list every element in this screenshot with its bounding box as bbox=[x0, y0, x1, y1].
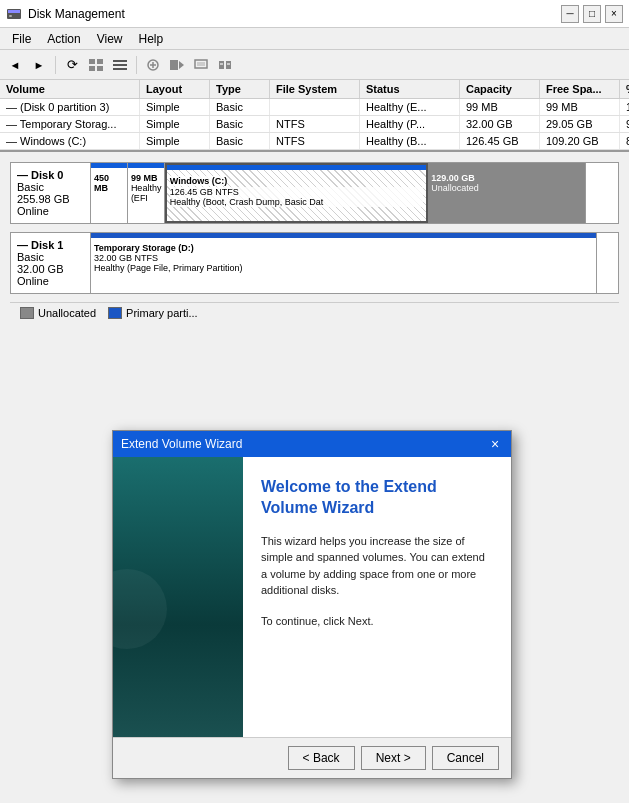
col-volume: Volume bbox=[0, 80, 140, 98]
menu-file[interactable]: File bbox=[4, 30, 39, 48]
disk-0-part-1[interactable]: 99 MB Healthy (EFI bbox=[128, 163, 165, 223]
svg-rect-16 bbox=[197, 62, 205, 66]
cell-free-0: 99 MB bbox=[540, 99, 620, 115]
part-label-0-3: 129.00 GB bbox=[431, 173, 582, 183]
svg-rect-19 bbox=[220, 63, 223, 65]
svg-marker-14 bbox=[179, 61, 184, 69]
table-row[interactable]: — Temporary Storag... Simple Basic NTFS … bbox=[0, 116, 629, 133]
partition-bar-0-1 bbox=[128, 163, 164, 168]
partition-bar-1-0 bbox=[91, 233, 596, 238]
svg-rect-20 bbox=[227, 63, 230, 65]
part-sublabel-1-0: 32.00 GB NTFS bbox=[94, 253, 593, 263]
disk-0-name: — Disk 0 bbox=[17, 169, 84, 181]
legend-unalloc-label: Unallocated bbox=[38, 307, 96, 319]
cell-volume-0: — (Disk 0 partition 3) bbox=[0, 99, 140, 115]
close-button[interactable]: × bbox=[605, 5, 623, 23]
menu-action[interactable]: Action bbox=[39, 30, 88, 48]
disk-0-row: — Disk 0 Basic 255.98 GB Online 450 MB bbox=[10, 162, 619, 224]
tool-btn-3[interactable] bbox=[109, 54, 131, 76]
cell-pct-0: 100 % bbox=[620, 99, 629, 115]
legend-primary-box bbox=[108, 307, 122, 319]
tool-btn-2[interactable] bbox=[85, 54, 107, 76]
table-row[interactable]: — (Disk 0 partition 3) Simple Basic Heal… bbox=[0, 99, 629, 116]
svg-rect-4 bbox=[97, 59, 103, 64]
cell-type-1: Basic bbox=[210, 116, 270, 132]
wizard-close-button[interactable]: × bbox=[487, 436, 503, 452]
part-sublabel-0-2: 126.45 GB NTFS bbox=[170, 187, 424, 197]
disk-0-part-0[interactable]: 450 MB bbox=[91, 163, 128, 223]
part-sublabel-0-3: Unallocated bbox=[431, 183, 582, 193]
partition-content-0-1: 99 MB Healthy (EFI bbox=[131, 166, 161, 203]
cell-volume-2: — Windows (C:) bbox=[0, 133, 140, 149]
cell-cap-2: 126.45 GB bbox=[460, 133, 540, 149]
tool-btn-7[interactable] bbox=[214, 54, 236, 76]
wizard-sidebar bbox=[113, 457, 243, 737]
cell-fs-1: NTFS bbox=[270, 116, 360, 132]
svg-rect-1 bbox=[8, 10, 20, 13]
col-type: Type bbox=[210, 80, 270, 98]
tool-btn-5[interactable] bbox=[166, 54, 188, 76]
disk-0-type: Basic bbox=[17, 181, 84, 193]
table-row[interactable]: — Windows (C:) Simple Basic NTFS Healthy… bbox=[0, 133, 629, 150]
volume-table: Volume Layout Type File System Status Ca… bbox=[0, 80, 629, 152]
cell-free-1: 29.05 GB bbox=[540, 116, 620, 132]
extend-volume-wizard: Extend Volume Wizard × Welcome to the Ex… bbox=[112, 430, 512, 779]
forward-button[interactable]: ► bbox=[28, 54, 50, 76]
svg-rect-3 bbox=[89, 59, 95, 64]
col-freespace: Free Spa... bbox=[540, 80, 620, 98]
cell-layout-0: Simple bbox=[140, 99, 210, 115]
cell-pct-1: 91 % bbox=[620, 116, 629, 132]
legend-bar: Unallocated Primary parti... bbox=[10, 302, 619, 323]
disk-0-partitions: 450 MB 99 MB Healthy (EFI Windows (C:) bbox=[91, 163, 618, 223]
wizard-body-text-1: This wizard helps you increase the size … bbox=[261, 533, 493, 599]
disk-0-size: 255.98 GB bbox=[17, 193, 84, 205]
wizard-back-button[interactable]: < Back bbox=[288, 746, 355, 770]
svg-rect-6 bbox=[97, 66, 103, 71]
part-detail-0-2: Healthy (Boot, Crash Dump, Basic Dat bbox=[170, 197, 424, 207]
cell-layout-2: Simple bbox=[140, 133, 210, 149]
toolbar-separator-2 bbox=[136, 56, 137, 74]
tool-btn-6[interactable] bbox=[190, 54, 212, 76]
disk-1-partitions: Temporary Storage (D:) 32.00 GB NTFS Hea… bbox=[91, 233, 618, 293]
cell-cap-1: 32.00 GB bbox=[460, 116, 540, 132]
cell-fs-0 bbox=[270, 99, 360, 115]
disk-1-info: — Disk 1 Basic 32.00 GB Online bbox=[11, 233, 91, 293]
wizard-footer: < Back Next > Cancel bbox=[113, 737, 511, 778]
disk-1-name: — Disk 1 bbox=[17, 239, 84, 251]
back-button[interactable]: ◄ bbox=[4, 54, 26, 76]
cell-status-0: Healthy (E... bbox=[360, 99, 460, 115]
part-label-0-1: 99 MB bbox=[131, 173, 161, 183]
part-sublabel-0-1: Healthy (EFI bbox=[131, 183, 161, 203]
toolbar: ◄ ► ⟳ bbox=[0, 50, 629, 80]
svg-rect-9 bbox=[113, 68, 127, 70]
menu-help[interactable]: Help bbox=[131, 30, 172, 48]
table-header: Volume Layout Type File System Status Ca… bbox=[0, 80, 629, 99]
disk-1-status: Online bbox=[17, 275, 84, 287]
disk-0-info: — Disk 0 Basic 255.98 GB Online bbox=[11, 163, 91, 223]
tool-btn-4[interactable] bbox=[142, 54, 164, 76]
menu-view[interactable]: View bbox=[89, 30, 131, 48]
part-label-0-2: Windows (C:) bbox=[170, 176, 227, 186]
col-filesystem: File System bbox=[270, 80, 360, 98]
cell-type-2: Basic bbox=[210, 133, 270, 149]
disk-0-part-2[interactable]: Windows (C:) 126.45 GB NTFS Healthy (Boo… bbox=[165, 163, 429, 223]
disk-0-part-3[interactable]: 129.00 GB Unallocated bbox=[428, 163, 586, 223]
cell-status-2: Healthy (B... bbox=[360, 133, 460, 149]
cell-type-0: Basic bbox=[210, 99, 270, 115]
wizard-cancel-button[interactable]: Cancel bbox=[432, 746, 499, 770]
wizard-title-bar: Extend Volume Wizard × bbox=[113, 431, 511, 457]
disk-0-status: Online bbox=[17, 205, 84, 217]
disk-1-row: — Disk 1 Basic 32.00 GB Online Temporary… bbox=[10, 232, 619, 294]
part-label-1-0: Temporary Storage (D:) bbox=[94, 243, 593, 253]
legend-unalloc-box bbox=[20, 307, 34, 319]
disk-mgmt-icon bbox=[6, 6, 22, 22]
cell-fs-2: NTFS bbox=[270, 133, 360, 149]
maximize-button[interactable]: □ bbox=[583, 5, 601, 23]
legend-primary: Primary parti... bbox=[108, 307, 198, 319]
refresh-button[interactable]: ⟳ bbox=[61, 54, 83, 76]
wizard-next-button[interactable]: Next > bbox=[361, 746, 426, 770]
minimize-button[interactable]: ─ bbox=[561, 5, 579, 23]
title-bar: Disk Management ─ □ × bbox=[0, 0, 629, 28]
wizard-body: Welcome to the Extend Volume Wizard This… bbox=[113, 457, 511, 737]
disk-1-part-0[interactable]: Temporary Storage (D:) 32.00 GB NTFS Hea… bbox=[91, 233, 597, 293]
